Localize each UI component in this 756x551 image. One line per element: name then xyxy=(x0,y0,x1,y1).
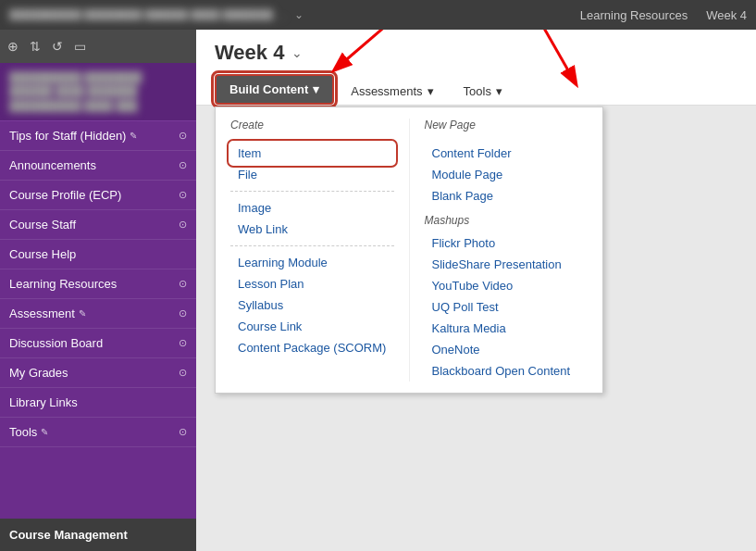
build-content-chevron-icon: ▾ xyxy=(313,82,319,96)
chevron-icon: ⊙ xyxy=(179,159,187,171)
main-content-area: Week 4 ⌄ Build Content ▾ xyxy=(196,30,756,551)
tools-button[interactable]: Tools ▾ xyxy=(451,78,515,105)
tools-chevron-icon: ▾ xyxy=(496,84,502,98)
top-bar-left: ██████████ ████████ ██████ ████ ███████ … xyxy=(9,8,304,21)
sidebar-item-course-staff[interactable]: Course Staff ⊙ xyxy=(0,210,196,240)
search-icon[interactable]: ↺ xyxy=(52,39,63,54)
sidebar-item-label: Announcements xyxy=(9,158,96,172)
build-content-label: Build Content xyxy=(229,82,308,96)
main-layout: ⊕ ⇅ ↺ ▭ ██████████ ████████ ██████ ████ … xyxy=(0,30,756,551)
chevron-icon: ⊙ xyxy=(179,189,187,201)
dropdown-item-course-link[interactable]: Course Link xyxy=(230,316,394,337)
dropdown-item-item[interactable]: Item xyxy=(230,143,394,164)
sidebar-item-label: Tips for Staff (Hidden) xyxy=(9,129,126,143)
dropdown-item-module-page[interactable]: Module Page xyxy=(425,164,589,185)
sidebar-item-label: Learning Resources xyxy=(9,277,117,291)
page-title: Week 4 xyxy=(215,41,284,65)
sidebar-item-label: Assessment xyxy=(9,307,75,320)
sidebar-item-tools[interactable]: Tools ✎ ⊙ xyxy=(0,418,196,447)
sidebar-item-course-profile[interactable]: Course Profile (ECP) ⊙ xyxy=(0,181,196,210)
content-header: Week 4 ⌄ Build Content ▾ xyxy=(196,30,756,106)
top-navigation-bar: ██████████ ████████ ██████ ████ ███████ … xyxy=(0,0,756,30)
dropdown-item-scorm[interactable]: Content Package (SCORM) xyxy=(230,337,394,358)
sidebar-item[interactable]: Tips for Staff (Hidden) ✎ ⊙ xyxy=(0,121,196,151)
page-title-row: Week 4 ⌄ xyxy=(215,41,737,65)
edit-icon: ✎ xyxy=(130,131,137,141)
chevron-icon: ⊙ xyxy=(179,219,187,231)
sidebar-item-course-help[interactable]: Course Help xyxy=(0,240,196,269)
edit-icon: ✎ xyxy=(41,427,48,437)
course-title-header: ██████████ ████████ ██████ ████ ███████ … xyxy=(9,9,287,20)
sidebar-item-label: Course Staff xyxy=(9,218,76,232)
week4-link[interactable]: Week 4 xyxy=(706,8,747,22)
sidebar-item-label: My Grades xyxy=(9,366,68,380)
chevron-icon: ⊙ xyxy=(179,367,187,379)
sidebar-item-label: Library Links xyxy=(9,395,78,409)
new-page-column: New Page Content Folder Module Page Blan… xyxy=(409,119,603,382)
new-page-section-title: New Page xyxy=(425,119,589,135)
dropdown-item-web-link[interactable]: Web Link xyxy=(230,219,394,240)
chevron-icon: ⊙ xyxy=(179,337,187,349)
create-section-title: Create xyxy=(230,119,394,135)
sidebar-item-discussion-board[interactable]: Discussion Board ⊙ xyxy=(0,329,196,358)
sidebar-item-assessment[interactable]: Assessment ✎ ⊙ xyxy=(0,299,196,329)
dropdown-item-kaltura[interactable]: Kaltura Media xyxy=(425,318,589,339)
dropdown-item-image[interactable]: Image xyxy=(230,197,394,219)
refresh-icon[interactable]: ⇅ xyxy=(30,39,41,54)
sidebar-course-title: ██████████ ████████ ██████ ████ ███████ … xyxy=(0,63,196,121)
sidebar-item-announcements[interactable]: Announcements ⊙ xyxy=(0,151,196,181)
sidebar-icon-bar: ⊕ ⇅ ↺ ▭ xyxy=(0,30,196,63)
top-bar-chevron-icon[interactable]: ⌄ xyxy=(294,8,304,21)
sidebar-item-learning-resources[interactable]: Learning Resources ⊙ xyxy=(0,269,196,299)
chevron-icon: ⊙ xyxy=(179,130,187,142)
learning-resources-link[interactable]: Learning Resources xyxy=(580,8,688,22)
dropdown-item-learning-module[interactable]: Learning Module xyxy=(230,252,394,273)
dropdown-item-flickr[interactable]: Flickr Photo xyxy=(425,232,589,254)
sidebar: ⊕ ⇅ ↺ ▭ ██████████ ████████ ██████ ████ … xyxy=(0,30,196,551)
dropdown-item-onenote[interactable]: OneNote xyxy=(425,339,589,360)
assessments-chevron-icon: ▾ xyxy=(428,84,434,98)
tools-label: Tools xyxy=(464,84,491,98)
dropdown-item-file[interactable]: File xyxy=(230,164,394,185)
dropdown-item-blackboard[interactable]: Blackboard Open Content xyxy=(425,360,589,382)
dropdown-item-uq-poll[interactable]: UQ Poll Test xyxy=(425,296,589,318)
sidebar-item-label: Tools xyxy=(9,425,37,439)
dropdown-item-blank-page[interactable]: Blank Page xyxy=(425,185,589,207)
toolbar-area: Build Content ▾ Create Item File xyxy=(215,74,737,105)
top-bar-right-links: Learning Resources Week 4 xyxy=(580,8,747,22)
dropdown-item-youtube[interactable]: YouTube Video xyxy=(425,275,589,296)
sidebar-item-library-links[interactable]: Library Links xyxy=(0,388,196,418)
sidebar-item-label: Course Profile (ECP) xyxy=(9,188,121,202)
sidebar-item-label: Course Help xyxy=(9,247,76,261)
sidebar-item-label: Discussion Board xyxy=(9,336,103,350)
mashups-section-title: Mashups xyxy=(425,214,589,227)
dropdown-item-syllabus[interactable]: Syllabus xyxy=(230,294,394,316)
assessments-button[interactable]: Assessments ▾ xyxy=(338,78,446,105)
course-management-footer: Course Management xyxy=(0,519,196,551)
build-content-dropdown: Build Content ▾ Create Item File xyxy=(215,74,334,105)
create-column: Create Item File Image Web Link Learning… xyxy=(216,119,409,382)
chevron-icon: ⊙ xyxy=(179,307,187,319)
dropdown-item-lesson-plan[interactable]: Lesson Plan xyxy=(230,273,394,294)
folder-icon[interactable]: ▭ xyxy=(74,39,86,54)
build-content-dropdown-menu: Create Item File Image Web Link Learning… xyxy=(215,106,603,394)
chevron-icon: ⊙ xyxy=(179,278,187,290)
edit-icon: ✎ xyxy=(79,308,86,319)
home-icon[interactable]: ⊕ xyxy=(7,39,19,54)
chevron-icon: ⊙ xyxy=(179,426,187,438)
page-title-chevron-icon[interactable]: ⌄ xyxy=(291,45,303,60)
assessments-label: Assessments xyxy=(351,84,422,98)
course-title-text: ██████████ ████████ ██████ ████ ███████ … xyxy=(9,70,187,113)
build-content-button[interactable]: Build Content ▾ xyxy=(215,74,334,105)
dropdown-content: Create Item File Image Web Link Learning… xyxy=(216,119,602,382)
dropdown-item-slideshare[interactable]: SlideShare Presentation xyxy=(425,254,589,275)
dropdown-item-content-folder[interactable]: Content Folder xyxy=(425,143,589,164)
sidebar-item-my-grades[interactable]: My Grades ⊙ xyxy=(0,358,196,388)
